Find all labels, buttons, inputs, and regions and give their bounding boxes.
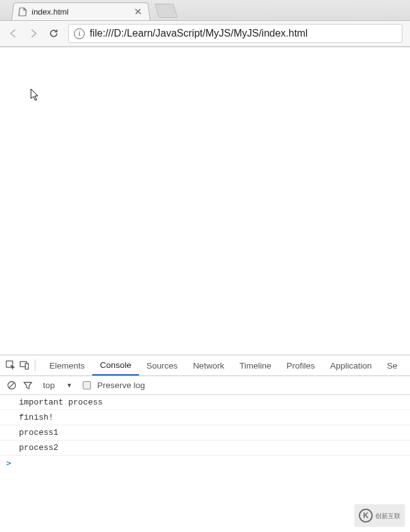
tab-application[interactable]: Application (322, 355, 379, 375)
browser-toolbar: i file:///D:/Learn/JavaScript/MyJS/MyJS/… (0, 21, 410, 47)
browser-tab[interactable]: index.html (11, 3, 150, 20)
console-line: process1 (0, 425, 410, 440)
chevron-down-icon: ▼ (66, 382, 73, 389)
context-selector[interactable]: top ▼ (39, 381, 76, 390)
tab-sources[interactable]: Sources (139, 355, 186, 375)
page-content (0, 47, 410, 355)
watermark-text: 创新互联 (375, 512, 401, 519)
tab-timeline[interactable]: Timeline (232, 355, 279, 375)
devtools-tab-bar: Elements Console Sources Network Timelin… (0, 355, 410, 376)
mouse-cursor-icon (30, 88, 40, 102)
prompt-caret: > (6, 458, 11, 468)
reload-icon[interactable] (48, 28, 59, 39)
console-line: important process (0, 395, 410, 410)
forward-icon[interactable] (28, 28, 39, 39)
watermark-logo-icon: K (359, 509, 373, 523)
filter-icon[interactable] (23, 381, 33, 391)
url-text: file:///D:/Learn/JavaScript/MyJS/MyJS/in… (90, 28, 308, 39)
devtools-panel: Elements Console Sources Network Timelin… (0, 355, 410, 470)
console-line: process2 (0, 440, 410, 456)
new-tab-button[interactable] (154, 4, 178, 18)
tab-profiles[interactable]: Profiles (279, 355, 322, 375)
tab-console[interactable]: Console (92, 355, 139, 375)
console-output: important process finish! process1 proce… (0, 395, 410, 470)
console-prompt[interactable]: > (0, 456, 410, 470)
tab-elements[interactable]: Elements (42, 355, 92, 375)
tab-network[interactable]: Network (185, 355, 232, 375)
preserve-log-checkbox[interactable] (83, 381, 91, 389)
preserve-log-label: Preserve log (97, 381, 145, 390)
address-bar[interactable]: i file:///D:/Learn/JavaScript/MyJS/MyJS/… (68, 24, 402, 43)
svg-rect-2 (25, 364, 28, 369)
inspect-icon[interactable] (5, 359, 16, 372)
back-icon[interactable] (8, 28, 19, 39)
device-toggle-icon[interactable] (20, 359, 31, 372)
file-icon (18, 7, 28, 16)
context-label: top (43, 381, 55, 390)
info-icon[interactable]: i (74, 28, 85, 39)
clear-console-icon[interactable] (6, 381, 16, 391)
divider (35, 360, 35, 371)
close-icon[interactable] (133, 8, 143, 16)
console-filter-bar: top ▼ Preserve log (0, 376, 410, 395)
watermark: K 创新互联 (354, 504, 405, 527)
tab-title: index.html (32, 7, 130, 16)
tab-bar: index.html (0, 0, 410, 21)
console-line: finish! (0, 410, 410, 425)
tab-more[interactable]: Se (379, 355, 405, 375)
